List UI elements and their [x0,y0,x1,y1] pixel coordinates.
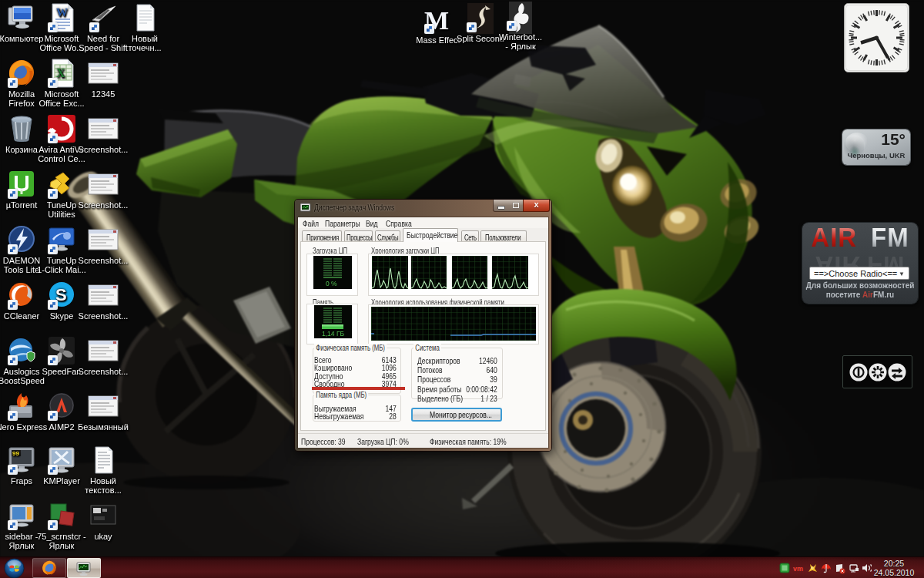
svg-text:1,14 ГБ: 1,14 ГБ [322,330,345,338]
svg-text:99: 99 [12,450,19,457]
svg-text:W: W [56,6,68,18]
svg-text:vm: vm [793,565,803,573]
svg-text:0 %: 0 % [326,280,337,287]
svg-text:X: X [56,66,65,79]
